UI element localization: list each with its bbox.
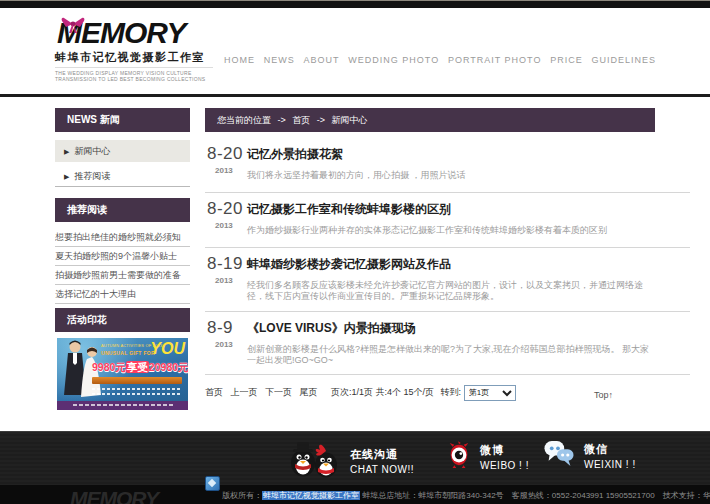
banner-subtext-strip bbox=[92, 377, 182, 384]
studio-link[interactable]: 蚌埠市记忆视觉摄影工作室 bbox=[262, 491, 360, 500]
recommend-link[interactable]: 选择记忆的十大理由 bbox=[55, 285, 190, 304]
news-year: 2013 bbox=[215, 166, 233, 175]
news-title-link[interactable]: 《LOVE VIRUS》内景拍摄现场 bbox=[247, 316, 690, 337]
pagination-goto-label: 转到: bbox=[441, 387, 462, 397]
pagination-info: 页次:1/1页 共:4个 15个/页 bbox=[331, 387, 434, 397]
banner-fineprint-row bbox=[92, 393, 182, 395]
news-desc: 作为婚纱摄影行业两种并存的实体形态记忆摄影工作室和传统蚌埠婚纱影楼有着本质的区别 bbox=[247, 225, 655, 236]
social-qq-link[interactable]: 在线沟通 CHAT NOW!! bbox=[287, 440, 414, 482]
breadcrumb-arrow: -> bbox=[278, 115, 286, 125]
pagination-first[interactable]: 首页 bbox=[205, 387, 223, 397]
caret-right-icon: ▶ bbox=[64, 173, 69, 180]
social-weibo-link[interactable]: 微博 WEIBO ! ! bbox=[447, 440, 529, 474]
breadcrumb-prefix: 您当前的位置 bbox=[217, 115, 271, 125]
banner-line2: UNUSUAL GIFT FOR bbox=[101, 350, 155, 356]
watermark-logo: MEMORY bbox=[70, 487, 158, 504]
sidebar-activity-section-title: 活动印花 bbox=[55, 308, 190, 332]
nav-item-about[interactable]: ABOUT bbox=[304, 55, 340, 65]
news-item: 8-9 2013 《LOVE VIRUS》内景拍摄现场 创新创意的影楼是什么风格… bbox=[205, 316, 690, 375]
banner-price: 9980元享受20980元 bbox=[92, 361, 188, 375]
address-text: 蚌埠总店地址：蚌埠市朝阳路340-342号 bbox=[362, 491, 503, 500]
recommend-link[interactable]: 夏天拍婚纱照的9个温馨小贴士 bbox=[55, 247, 190, 266]
sidebar-item-label: 推荐阅读 bbox=[74, 171, 110, 181]
sidebar-news-section-title: NEWS 新闻 bbox=[55, 108, 190, 132]
header: MEMORY 蚌埠市记忆视觉摄影工作室 THE WEDDING DISPLAY … bbox=[0, 8, 710, 97]
pink-bow-icon bbox=[61, 16, 85, 38]
bottom-bar: MEMORY 版权所有：蚌埠市记忆视觉摄影工作室 蚌埠总店地址：蚌埠市朝阳路34… bbox=[0, 485, 710, 504]
mini-badge-icon bbox=[205, 476, 220, 491]
news-date: 8-20 bbox=[207, 144, 243, 164]
news-year: 2013 bbox=[215, 340, 233, 349]
sidebar-recommend-section-title: 推荐阅读 bbox=[55, 198, 190, 222]
pagination: 首页 上一页 下一页 尾页 页次:1/1页 共:4个 15个/页 转到: 第1页 bbox=[205, 383, 516, 401]
news-date: 8-19 bbox=[207, 254, 243, 274]
copyright-line: 版权所有：蚌埠市记忆视觉摄影工作室 蚌埠总店地址：蚌埠市朝阳路340-342号 … bbox=[222, 490, 710, 501]
breadcrumb-home-link[interactable]: 首页 bbox=[292, 115, 310, 125]
logo[interactable]: MEMORY 蚌埠市记忆视觉摄影工作室 THE WEDDING DISPLAY … bbox=[55, 16, 215, 82]
news-year: 2013 bbox=[215, 276, 233, 285]
news-title-link[interactable]: 蚌埠婚纱影楼抄袭记忆摄影网站及作品 bbox=[247, 252, 690, 273]
nav-item-home[interactable]: HOME bbox=[224, 55, 255, 65]
wechat-icon bbox=[543, 440, 575, 471]
banner-you-text: YOU bbox=[150, 340, 185, 358]
nav-item-wedding-photo[interactable]: WEDDING PHOTO bbox=[348, 55, 439, 65]
news-item: 8-20 2013 记忆摄影工作室和传统蚌埠影楼的区别 作为婚纱摄影行业两种并存… bbox=[205, 197, 690, 248]
recommend-link[interactable]: 拍摄婚纱照前男士需要做的准备 bbox=[55, 266, 190, 285]
recommend-link[interactable]: 想要拍出绝佳的婚纱照就必须知 bbox=[55, 228, 190, 247]
pagination-last[interactable]: 尾页 bbox=[300, 387, 318, 397]
news-desc: 创新创意的影楼是什么风格?样照是怎样做出来的呢?为了大家,现在介绍韩国总部拍样照… bbox=[247, 344, 655, 366]
banner-bottom-strip bbox=[57, 401, 188, 410]
logo-subtitle: 蚌埠市记忆视觉摄影工作室 bbox=[55, 50, 215, 65]
social-subtitle: CHAT NOW!! bbox=[350, 464, 414, 475]
logo-tagline: THE WEDDING DISPLAY MEMORY VISION CULTUR… bbox=[55, 67, 213, 82]
back-to-top-link[interactable]: Top↑ bbox=[594, 390, 613, 400]
social-subtitle: WEIBO ! ! bbox=[480, 460, 529, 471]
footer: 在线沟通 CHAT NOW!! 微博 WEIBO ! ! bbox=[0, 431, 710, 486]
qq-penguins-icon bbox=[287, 440, 341, 482]
nav-item-portrait-photo[interactable]: PORTRAIT PHOTO bbox=[448, 55, 542, 65]
support-text: 技术支持：华迅网络 bbox=[663, 491, 710, 500]
sidebar-item-news-center[interactable]: ▶新闻中心 bbox=[55, 140, 190, 162]
main-nav: HOME NEWS ABOUT WEDDING PHOTO PORTRAIT P… bbox=[224, 55, 656, 65]
breadcrumb-arrow: -> bbox=[317, 115, 325, 125]
hotline-text: 客服热线：0552-2043991 15905521700 bbox=[512, 491, 655, 500]
nav-item-news[interactable]: NEWS bbox=[264, 55, 295, 65]
promo-banner[interactable]: AUTUMN ACTIVITIES OF 2013 UNUSUAL GIFT F… bbox=[57, 338, 188, 410]
social-subtitle: WEIXIN ! ! bbox=[584, 459, 636, 470]
copyright-label: 版权所有： bbox=[222, 491, 262, 500]
nav-item-guidelines[interactable]: GUIDELINES bbox=[591, 55, 656, 65]
news-title-link[interactable]: 记忆摄影工作室和传统蚌埠影楼的区别 bbox=[247, 197, 690, 218]
social-title: 微博 bbox=[480, 443, 529, 458]
breadcrumb-current-link[interactable]: 新闻中心 bbox=[332, 115, 368, 125]
pagination-prev[interactable]: 上一页 bbox=[231, 387, 258, 397]
banner-fineprint-row bbox=[92, 388, 182, 390]
social-wechat-link[interactable]: 微信 WEIXIN ! ! bbox=[543, 440, 636, 471]
weibo-icon bbox=[447, 440, 471, 474]
page-select[interactable]: 第1页 bbox=[464, 385, 516, 401]
nav-item-price[interactable]: PRICE bbox=[550, 55, 583, 65]
news-desc: 我们将永远坚持着最初的方向，用心拍摄 ，用照片说话 bbox=[247, 170, 655, 181]
social-text: 微博 WEIBO ! ! bbox=[480, 443, 529, 471]
social-title: 微信 bbox=[584, 442, 636, 457]
news-date: 8-9 bbox=[207, 318, 233, 338]
news-date: 8-20 bbox=[207, 199, 243, 219]
caret-right-icon: ▶ bbox=[64, 148, 69, 155]
breadcrumb: 您当前的位置 -> 首页 -> 新闻中心 bbox=[205, 108, 655, 132]
news-year: 2013 bbox=[215, 221, 233, 230]
news-desc: 经我们多名顾客反应该影楼未经允许抄袭记忆官方网站的图片，设计，以及文案拷贝，并通… bbox=[247, 280, 655, 302]
news-item: 8-19 2013 蚌埠婚纱影楼抄袭记忆摄影网站及作品 经我们多名顾客反应该影楼… bbox=[205, 252, 690, 312]
social-text: 微信 WEIXIN ! ! bbox=[584, 442, 636, 470]
social-text: 在线沟通 CHAT NOW!! bbox=[350, 447, 414, 475]
social-title: 在线沟通 bbox=[350, 447, 414, 462]
page: MEMORY 蚌埠市记忆视觉摄影工作室 THE WEDDING DISPLAY … bbox=[0, 0, 710, 504]
sidebar-item-recommend[interactable]: ▶推荐阅读 bbox=[55, 165, 190, 187]
news-item: 8-20 2013 记忆外景拍摄花絮 我们将永远坚持着最初的方向，用心拍摄 ，用… bbox=[205, 142, 690, 193]
pagination-next[interactable]: 下一页 bbox=[265, 387, 292, 397]
sidebar-item-label: 新闻中心 bbox=[74, 146, 110, 156]
news-title-link[interactable]: 记忆外景拍摄花絮 bbox=[247, 142, 690, 163]
